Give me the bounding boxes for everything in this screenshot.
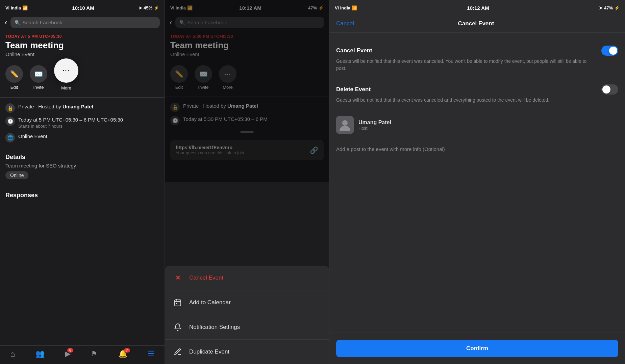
host-role: Host bbox=[358, 126, 391, 131]
cancel-event-option-header: Cancel Event bbox=[336, 46, 618, 56]
bs-notification-settings[interactable]: Notification Settings bbox=[165, 315, 329, 340]
bs-calendar-label: Add to Calendar bbox=[189, 299, 231, 306]
action-buttons-2: ✏️ Edit ✉️ Invite ⋯ More bbox=[165, 60, 329, 93]
host-avatar bbox=[336, 116, 354, 134]
battery-icon-1: ⚡ bbox=[154, 5, 159, 10]
more-button-2[interactable]: ⋯ More bbox=[219, 65, 236, 90]
search-wrapper-1[interactable]: 🔍 Search Facebook bbox=[10, 17, 160, 28]
bottom-sheet-2: ✕ Cancel Event Add to Calendar bbox=[165, 266, 329, 364]
search-bar-2: ‹ 🔍 Search Facebook bbox=[165, 15, 329, 31]
more-glow-1: ⋯ bbox=[54, 58, 78, 83]
time-3: 10:12 AM bbox=[467, 5, 489, 11]
event-title-2: Team meeting bbox=[170, 40, 324, 51]
wifi-icon-1: 📶 bbox=[22, 5, 28, 10]
location-icon-1: ➤ bbox=[139, 5, 142, 10]
meta-privacy-text-1: Private · Hosted by Umang Patel bbox=[18, 103, 93, 110]
divider-1c bbox=[0, 185, 165, 185]
wifi-icon-3: 📶 bbox=[352, 5, 357, 10]
event-date-2: TODAY AT 5:30 PM UTC+05:30 bbox=[170, 34, 324, 39]
event-link-url-2: https://fb.me/e/1fEenvnro bbox=[176, 145, 306, 150]
more-label-1: More bbox=[61, 85, 71, 90]
search-icon-2: 🔍 bbox=[179, 20, 185, 25]
bs-notification-label: Notification Settings bbox=[189, 324, 240, 331]
meta-location-text-1: Online Event bbox=[18, 133, 47, 140]
battery-2: 47% bbox=[308, 5, 317, 10]
delete-event-toggle[interactable] bbox=[601, 84, 618, 95]
notification-icon bbox=[172, 321, 184, 333]
host-name: Umang Patel bbox=[358, 120, 391, 126]
nav-people-1[interactable]: 👥 bbox=[35, 349, 45, 358]
invite-button-2[interactable]: ✉️ Invite bbox=[195, 65, 212, 90]
lock-icon-1: 🔒 bbox=[5, 103, 15, 113]
confirm-button[interactable]: Confirm bbox=[336, 340, 618, 357]
event-header-1: TODAY AT 5 PM UTC+05:30 Team meeting Onl… bbox=[0, 31, 165, 60]
add-post-placeholder: Add a post to the event with more info (… bbox=[336, 146, 445, 152]
cancel-event-header: Cancel Cancel Event bbox=[329, 15, 625, 33]
event-header-2: TODAY AT 5:30 PM UTC+05:30 Team meeting … bbox=[165, 31, 329, 60]
status-left-1: Vi India 📶 bbox=[5, 5, 28, 10]
nav-video-1[interactable]: ▶ 6 bbox=[65, 349, 71, 358]
edit-label-1: Edit bbox=[10, 85, 18, 90]
video-badge-1: 6 bbox=[67, 348, 73, 353]
back-button-2[interactable]: ‹ bbox=[170, 18, 172, 27]
nav-menu-1[interactable]: ☰ bbox=[148, 349, 154, 358]
meta-time-1: 🕐 Today at 5 PM UTC+05:30 – 6 PM UTC+05:… bbox=[5, 116, 159, 129]
edit-label-2: Edit bbox=[175, 85, 183, 90]
action-buttons-1: ✏️ Edit ✉️ Invite ⋯ More bbox=[0, 60, 165, 94]
bell-badge-1: 7 bbox=[124, 348, 130, 353]
status-bar-2: Vi India 📶 10:12 AM 47% ⚡ bbox=[165, 0, 329, 15]
back-button-1[interactable]: ‹ bbox=[5, 18, 7, 27]
cancel-event-icon: ✕ bbox=[172, 272, 184, 284]
edit-button-1[interactable]: ✏️ Edit bbox=[5, 65, 23, 90]
clock-icon-1: 🕐 bbox=[5, 116, 15, 126]
location-icon-3: ➤ bbox=[599, 5, 603, 10]
invite-button-1[interactable]: ✉️ Invite bbox=[30, 65, 47, 90]
cancel-header-button[interactable]: Cancel bbox=[336, 20, 354, 27]
bs-cancel-event[interactable]: ✕ Cancel Event bbox=[165, 266, 329, 290]
time-2: 10:12 AM bbox=[239, 5, 261, 11]
carrier-2: Vi India bbox=[170, 5, 186, 10]
event-title-1: Team meeting bbox=[5, 40, 159, 51]
copy-link-icon-2[interactable]: 🔗 bbox=[310, 146, 318, 154]
status-bar-1: Vi India 📶 10:10 AM ➤ 45% ⚡ bbox=[0, 0, 165, 15]
responses-title-1: Responses bbox=[5, 192, 159, 199]
meta-privacy-2: 🔒 Private · Hosted by Umang Patel bbox=[170, 102, 324, 112]
scroll-indicator-2 bbox=[165, 127, 329, 137]
event-subtitle-2: Online Event bbox=[170, 51, 324, 57]
status-right-3: ➤ 47% ⚡ bbox=[599, 5, 620, 10]
delete-event-option-title: Delete Event bbox=[336, 86, 371, 93]
cancel-event-toggle-thumb bbox=[609, 47, 617, 55]
bs-add-calendar[interactable]: Add to Calendar bbox=[165, 290, 329, 315]
host-row: Umang Patel Host bbox=[336, 110, 618, 140]
lock-icon-2: 🔒 bbox=[170, 103, 180, 112]
event-link-desc-2: Your guests can use this link to join bbox=[176, 150, 306, 155]
meta-privacy-text-2: Private · Hosted by Umang Patel bbox=[183, 102, 258, 109]
more-button-1[interactable]: ⋯ More bbox=[57, 62, 75, 90]
meta-privacy-1: 🔒 Private · Hosted by Umang Patel bbox=[5, 103, 159, 113]
battery-icon-2: ⚡ bbox=[318, 5, 324, 10]
event-link-text-2: https://fb.me/e/1fEenvnro Your guests ca… bbox=[176, 145, 306, 155]
svg-rect-0 bbox=[175, 300, 181, 306]
status-left-2: Vi India 📶 bbox=[170, 5, 193, 10]
nav-flag-1[interactable]: ⚑ bbox=[91, 349, 98, 358]
nav-bell-1[interactable]: 🔔 7 bbox=[118, 349, 127, 358]
cancel-event-toggle[interactable] bbox=[601, 46, 618, 56]
home-icon-1: ⌂ bbox=[10, 349, 15, 359]
details-section-1: Details Team meeting for SEO strategy On… bbox=[0, 152, 165, 181]
bs-duplicate-event[interactable]: Duplicate Event bbox=[165, 340, 329, 364]
search-wrapper-2[interactable]: 🔍 Search Facebook bbox=[175, 17, 324, 28]
edit-button-2[interactable]: ✏️ Edit bbox=[170, 65, 188, 90]
search-bar-1: ‹ 🔍 Search Facebook bbox=[0, 15, 165, 31]
host-info: Umang Patel Host bbox=[358, 120, 391, 131]
confirm-btn-wrapper: Confirm bbox=[329, 333, 625, 364]
meta-time-2: 🕐 Today at 5:30 PM UTC+05:30 – 6 PM bbox=[170, 115, 324, 125]
details-content-1: Team meeting for SEO strategy bbox=[5, 163, 159, 168]
calendar-icon bbox=[172, 296, 184, 309]
event-meta-1: 🔒 Private · Hosted by Umang Patel 🕐 Toda… bbox=[0, 101, 165, 145]
add-post-area[interactable]: Add a post to the event with more info (… bbox=[336, 140, 618, 158]
nav-home-1[interactable]: ⌂ bbox=[10, 349, 15, 359]
carrier-1: Vi India bbox=[5, 5, 21, 10]
meta-time-text-1: Today at 5 PM UTC+05:30 – 6 PM UTC+05:30… bbox=[18, 116, 123, 129]
responses-section-1: Responses bbox=[0, 188, 165, 203]
cancel-event-option: Cancel Event Guests will be notified tha… bbox=[336, 40, 618, 78]
